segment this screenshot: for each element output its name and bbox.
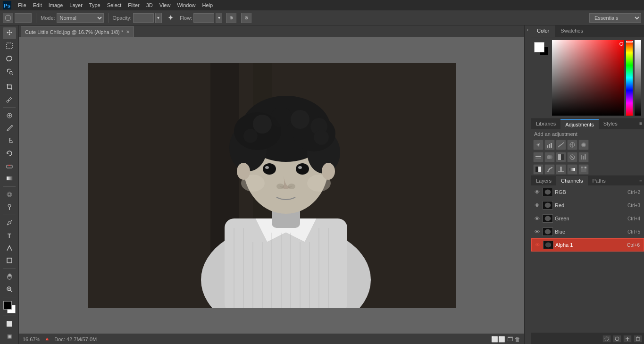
ch-visibility-green[interactable]: 👁: [533, 215, 541, 222]
workspace-select[interactable]: Essentials: [589, 13, 641, 23]
brush-tool[interactable]: [3, 122, 16, 134]
svg-point-43: [291, 110, 309, 129]
color-alpha-slider[interactable]: [635, 40, 641, 116]
adj-invert[interactable]: [533, 164, 544, 175]
tab-swatches[interactable]: Swatches: [555, 25, 589, 37]
adj-posterize[interactable]: [544, 164, 555, 175]
color-hue-slider[interactable]: [626, 40, 633, 116]
doc-tab[interactable]: Cute Little Child.jpg @ 16.7% (Alpha 1/8…: [21, 26, 134, 37]
ch-visibility-alpha1[interactable]: 👁: [534, 241, 541, 249]
tab-channels[interactable]: Channels: [556, 176, 587, 185]
adj-vibrance[interactable]: [578, 140, 589, 150]
ch-visibility-blue[interactable]: 👁: [533, 228, 541, 235]
menu-help[interactable]: Help: [200, 1, 216, 9]
flow-input[interactable]: 100%: [193, 13, 214, 23]
svg-point-47: [263, 163, 276, 175]
color-gradient-picker[interactable]: [552, 40, 624, 116]
brush-size-input[interactable]: 400: [15, 13, 32, 23]
lasso-tool[interactable]: [3, 52, 16, 64]
ch-load-selection[interactable]: [602, 335, 611, 343]
gradient-tool[interactable]: [3, 173, 16, 185]
adj-brightness[interactable]: ☀: [533, 140, 544, 150]
screen-mode[interactable]: ▣: [3, 330, 16, 342]
ch-new-channel[interactable]: [623, 335, 632, 343]
fg-color-swatch[interactable]: [534, 42, 544, 52]
menu-file[interactable]: File: [15, 1, 29, 9]
tablet-pressure-opacity[interactable]: ⊕: [226, 13, 236, 23]
adj-selective-color[interactable]: [578, 164, 589, 175]
zoom-tool[interactable]: [3, 283, 16, 295]
channels-panel: Layers Channels Paths ≡ 👁 RGB Ctrl+2: [531, 176, 644, 344]
adj-curves[interactable]: [556, 140, 566, 150]
crop-tool[interactable]: [3, 81, 16, 93]
opacity-arrow[interactable]: ▾: [155, 13, 162, 23]
menu-layer[interactable]: Layer: [67, 1, 85, 9]
shape-tool[interactable]: [3, 255, 16, 267]
tab-color[interactable]: Color: [531, 25, 555, 37]
opacity-input[interactable]: 100%: [133, 13, 154, 23]
menu-window[interactable]: Window: [174, 1, 198, 9]
adj-black-white[interactable]: [556, 152, 566, 162]
ch-save-selection[interactable]: [613, 335, 621, 343]
svg-rect-3: [7, 43, 12, 49]
menu-type[interactable]: Type: [86, 1, 103, 9]
doc-tab-close[interactable]: ✕: [126, 29, 130, 34]
quick-selection-tool[interactable]: [3, 65, 16, 77]
status-trash-icon[interactable]: 🗑: [515, 336, 520, 343]
dodge-tool[interactable]: [3, 201, 16, 213]
channels-expand-btn[interactable]: ≡: [637, 178, 644, 184]
pen-tool[interactable]: [3, 217, 16, 229]
mode-select[interactable]: Normal: [57, 13, 104, 23]
menu-3d[interactable]: 3D: [143, 1, 156, 9]
zoom-info-icon[interactable]: 🔺: [44, 336, 50, 342]
adj-exposure[interactable]: [567, 140, 577, 150]
ch-visibility-red[interactable]: 👁: [533, 201, 541, 209]
hand-tool[interactable]: [3, 271, 16, 283]
clone-stamp-tool[interactable]: [3, 135, 16, 147]
status-bar: 16.67% 🔺 Doc: 42.7M/57.0M ⬜⬜ 🗔 🗑: [19, 334, 524, 344]
eraser-tool[interactable]: [3, 160, 16, 172]
menu-edit[interactable]: Edit: [30, 1, 45, 9]
channel-row-blue[interactable]: 👁 Blue Ctrl+5: [531, 225, 644, 238]
tab-adjustments[interactable]: Adjustments: [560, 119, 599, 129]
tab-styles[interactable]: Styles: [599, 119, 622, 129]
text-tool[interactable]: T: [3, 230, 16, 242]
airbrush-icon[interactable]: ✦: [166, 13, 176, 23]
healing-brush-tool[interactable]: [3, 109, 16, 121]
move-tool[interactable]: [3, 27, 16, 39]
doc-canvas-area[interactable]: [19, 37, 524, 334]
history-brush-tool[interactable]: [3, 147, 16, 159]
blur-tool[interactable]: [3, 188, 16, 200]
channel-row-green[interactable]: 👁 Green Ctrl+4: [531, 212, 644, 225]
menu-image[interactable]: Image: [46, 1, 66, 9]
eyedropper-tool[interactable]: [3, 94, 16, 106]
adjustments-expand[interactable]: ≡: [637, 119, 644, 129]
menu-select[interactable]: Select: [104, 1, 125, 9]
adj-levels[interactable]: [544, 140, 555, 150]
channel-row-red[interactable]: 👁 Red Ctrl+3: [531, 199, 644, 212]
brush-preset-picker[interactable]: [3, 13, 13, 23]
quick-mask-mode[interactable]: ⬜: [3, 318, 16, 330]
channel-row-rgb[interactable]: 👁 RGB Ctrl+2: [531, 185, 644, 199]
tab-paths[interactable]: Paths: [588, 176, 611, 185]
adj-color-balance[interactable]: [544, 152, 555, 162]
panels-collapse-btn[interactable]: ‹: [524, 25, 531, 344]
adj-channel-mixer[interactable]: [578, 152, 589, 162]
tablet-pressure-size[interactable]: ⊗: [241, 13, 251, 23]
tab-libraries[interactable]: Libraries: [531, 119, 560, 129]
tab-layers[interactable]: Layers: [531, 176, 556, 185]
channel-row-alpha1[interactable]: 👁 Alpha 1 Ctrl+6: [531, 238, 644, 252]
adj-threshold[interactable]: [556, 164, 566, 175]
ch-visibility-rgb[interactable]: 👁: [533, 188, 541, 196]
flow-arrow[interactable]: ▾: [216, 13, 222, 23]
adj-hue-sat[interactable]: [533, 152, 544, 162]
marquee-tool[interactable]: [3, 40, 16, 52]
ch-delete-channel[interactable]: [634, 335, 642, 343]
menu-view[interactable]: View: [157, 1, 174, 9]
path-selection-tool[interactable]: [3, 242, 16, 254]
airbrush-btn[interactable]: ✦: [166, 13, 176, 23]
adj-gradient-map[interactable]: [567, 164, 577, 175]
foreground-color[interactable]: [3, 301, 12, 310]
menu-filter[interactable]: Filter: [125, 1, 142, 9]
adj-photo-filter[interactable]: [567, 152, 577, 162]
